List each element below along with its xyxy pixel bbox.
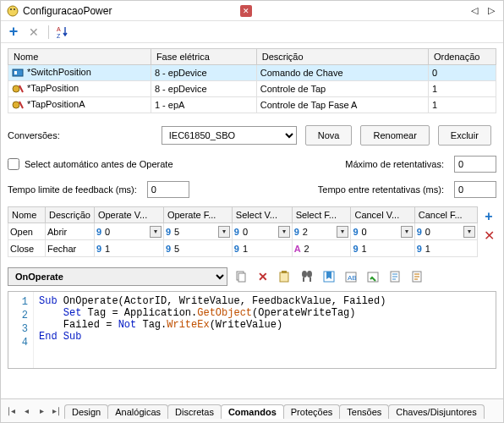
event-combo[interactable]: OnOperate: [8, 267, 227, 286]
tab-comandos[interactable]: Comandos: [221, 404, 284, 419]
nova-button[interactable]: Nova: [305, 125, 353, 146]
prev-doc-icon[interactable]: ◁: [468, 4, 481, 18]
compile-icon[interactable]: [364, 268, 381, 285]
code-body[interactable]: Sub OnOperate(ActorID, WriteValue, Feedb…: [34, 292, 391, 368]
dropdown-icon[interactable]: ▾: [218, 226, 230, 238]
tab-prev-icon[interactable]: ◂: [19, 404, 33, 418]
delete-row-button[interactable]: ✕: [482, 228, 496, 242]
dropdown-icon[interactable]: ▾: [278, 226, 290, 238]
tempo-retent-input[interactable]: [454, 181, 496, 198]
script-toolbar: OnOperate ✕ AB: [8, 267, 496, 286]
tab-chaves/disjuntores[interactable]: Chaves/Disjuntores: [388, 404, 484, 419]
tempo-feedback-label: Tempo limite de feedback (ms):: [8, 184, 137, 195]
col-desc[interactable]: Descrição: [256, 49, 428, 65]
tab-first-icon[interactable]: ∣◂: [4, 404, 18, 418]
select-auto-input[interactable]: [8, 158, 19, 170]
cell-selF[interactable]: 92▾: [292, 223, 351, 240]
cell-nome[interactable]: Open: [8, 223, 46, 240]
table-row[interactable]: *TapPosition 8 - epDevice Controle de Ta…: [8, 81, 496, 97]
cell-desc[interactable]: Abrir: [46, 223, 95, 240]
tab-next-icon[interactable]: ▸: [35, 404, 48, 418]
row-icon: [12, 67, 25, 79]
find-icon[interactable]: [299, 268, 315, 285]
col2-canf[interactable]: Cancel F...: [414, 207, 477, 223]
cell-selV[interactable]: 91: [232, 240, 292, 257]
col-ord[interactable]: Ordenação: [429, 49, 496, 65]
col2-selv[interactable]: Select V...: [232, 207, 292, 223]
row-icon: [12, 83, 25, 95]
svg-rect-10: [238, 273, 245, 282]
sort-az-button[interactable]: AZ: [56, 25, 71, 40]
renomear-button[interactable]: Renomear: [360, 125, 429, 146]
svg-text:Z: Z: [57, 33, 61, 39]
cell-nome: *TapPositionA: [27, 99, 85, 109]
excluir-button[interactable]: Excluir: [438, 125, 491, 146]
cell-selV[interactable]: 90▾: [232, 223, 292, 240]
max-retent-label: Máximo de retentativas:: [345, 159, 444, 169]
col2-canv[interactable]: Cancel V...: [351, 207, 414, 223]
next-doc-icon[interactable]: ▷: [485, 4, 498, 18]
conversoes-combo[interactable]: IEC61850_SBO: [162, 126, 297, 145]
tempo-feedback-input[interactable]: [147, 181, 189, 198]
tab-discretas[interactable]: Discretas: [167, 404, 222, 419]
cell-canV[interactable]: 91: [351, 240, 414, 257]
app-icon: [6, 4, 19, 18]
validate-icon[interactable]: AB: [342, 268, 359, 285]
col-fase[interactable]: Fase elétrica: [151, 49, 256, 65]
svg-rect-18: [368, 272, 378, 282]
cell-selF[interactable]: A2: [292, 240, 351, 257]
cell-opF[interactable]: 95: [163, 240, 232, 257]
delete-button[interactable]: ✕: [26, 25, 41, 40]
items-table[interactable]: Nome Fase elétrica Descrição Ordenação *…: [8, 48, 496, 113]
table-row[interactable]: OpenAbrir90▾95▾90▾92▾90▾90▾: [8, 223, 478, 240]
tab-tensões[interactable]: Tensões: [339, 404, 389, 419]
delete-script-icon[interactable]: ✕: [255, 268, 271, 285]
doc1-icon[interactable]: [386, 268, 403, 285]
cell-opV[interactable]: 91: [94, 240, 163, 257]
doc2-icon[interactable]: [408, 268, 425, 285]
cell-ord: 1: [429, 97, 496, 113]
tab-analógicas[interactable]: Analógicas: [107, 404, 168, 419]
table-row[interactable]: *SwitchPosition 8 - epDevice Comando de …: [8, 65, 496, 81]
col2-opv[interactable]: Operate V...: [94, 207, 163, 223]
add-button[interactable]: +: [6, 25, 21, 40]
cell-canF[interactable]: 90▾: [414, 223, 477, 240]
dropdown-icon[interactable]: ▾: [401, 226, 413, 238]
table-row[interactable]: CloseFechar919591A29191: [8, 240, 478, 257]
cell-fase: 8 - epDevice: [151, 65, 256, 81]
col2-nome[interactable]: Nome: [8, 207, 46, 223]
cell-desc[interactable]: Fechar: [46, 240, 95, 257]
max-retent-input[interactable]: [454, 156, 496, 173]
conversoes-label: Conversões:: [8, 130, 60, 140]
col2-self[interactable]: Select F...: [292, 207, 351, 223]
commands-table[interactable]: Nome Descrição Operate V... Operate F...…: [8, 206, 478, 257]
copy-icon[interactable]: [233, 268, 249, 285]
select-auto-checkbox[interactable]: Select automático antes de Operate: [8, 158, 173, 170]
col2-desc[interactable]: Descrição: [46, 207, 95, 223]
select-auto-label: Select automático antes de Operate: [25, 159, 173, 169]
tab-design[interactable]: Design: [64, 404, 108, 419]
close-tab-button[interactable]: ✕: [240, 5, 252, 17]
code-editor[interactable]: 1234 Sub OnOperate(ActorID, WriteValue, …: [8, 291, 496, 369]
cell-fase: 8 - epDevice: [151, 81, 256, 97]
col2-opf[interactable]: Operate F...: [163, 207, 232, 223]
separator: [48, 25, 49, 39]
add-row-button[interactable]: +: [482, 210, 496, 223]
paste-icon[interactable]: [277, 268, 293, 285]
col-nome[interactable]: Nome: [8, 49, 151, 65]
cell-opV[interactable]: 90▾: [94, 223, 163, 240]
tab-last-icon[interactable]: ▸∣: [50, 404, 63, 418]
toggle-bookmark-icon[interactable]: [320, 268, 337, 285]
cell-ord: 0: [429, 65, 496, 81]
cell-canV[interactable]: 90▾: [351, 223, 414, 240]
cell-canF[interactable]: 91: [414, 240, 477, 257]
dropdown-icon[interactable]: ▾: [337, 226, 348, 238]
dropdown-icon[interactable]: ▾: [463, 226, 475, 238]
svg-point-7: [13, 85, 19, 92]
dropdown-icon[interactable]: ▾: [150, 226, 162, 238]
tab-proteções[interactable]: Proteções: [283, 404, 341, 419]
table-row[interactable]: *TapPositionA 1 - epA Controle de Tap Fa…: [8, 97, 496, 113]
cell-opF[interactable]: 95▾: [163, 223, 232, 240]
svg-rect-6: [14, 71, 17, 74]
cell-nome[interactable]: Close: [8, 240, 46, 257]
